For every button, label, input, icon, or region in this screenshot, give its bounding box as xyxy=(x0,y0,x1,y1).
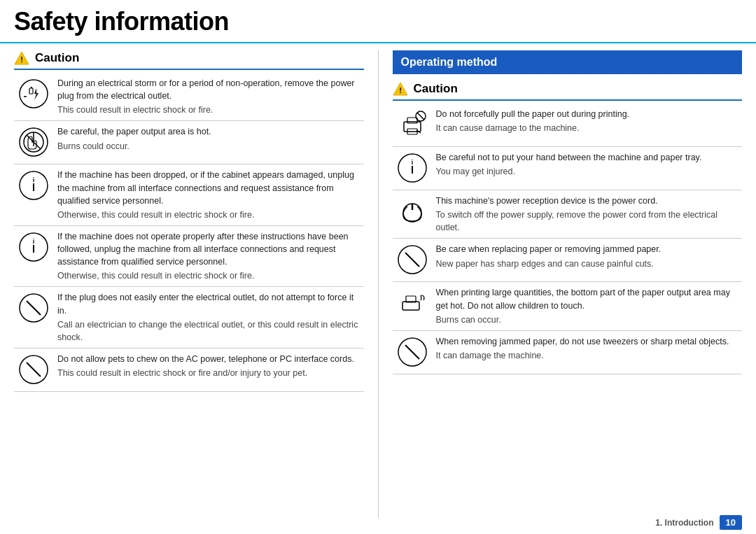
page-header: Safety information xyxy=(0,0,756,43)
text-cell: Be careful not to put your hand between … xyxy=(432,147,743,190)
text-cell: Do not forcefully pull the paper out dur… xyxy=(432,104,743,147)
table-row: This machine's power reception device is… xyxy=(393,190,743,239)
machine-nooperate-icon: i xyxy=(18,232,49,262)
right-caution-triangle-icon: ! xyxy=(393,81,408,97)
table-row: Do not forcefully pull the paper out dur… xyxy=(393,104,743,147)
left-caution-label: Caution xyxy=(35,51,79,65)
icon-cell xyxy=(14,73,53,121)
svg-text:i: i xyxy=(33,238,35,245)
text-cell: This machine's power reception device is… xyxy=(432,190,743,239)
no-pets-icon xyxy=(18,354,49,385)
svg-marker-6 xyxy=(34,88,38,100)
svg-line-19 xyxy=(27,301,41,315)
left-divider xyxy=(14,69,364,70)
text-cell: Be care when replacing paper or removing… xyxy=(432,239,743,282)
plug-no-force-icon xyxy=(18,293,49,323)
table-row: i If the machine has been dropped, or if… xyxy=(14,164,364,226)
right-caution-label: Caution xyxy=(414,82,458,96)
operating-method-header: Operating method xyxy=(393,50,743,74)
table-row: Do not allow pets to chew on the AC powe… xyxy=(14,348,364,391)
hot-output-icon xyxy=(18,127,49,157)
page-title: Safety information xyxy=(14,7,229,36)
svg-text:i: i xyxy=(411,159,413,166)
icon-cell: i xyxy=(14,164,53,226)
svg-text:!: ! xyxy=(20,55,23,64)
icon-cell xyxy=(14,348,53,391)
icon-cell xyxy=(393,190,432,239)
left-column: ! Caution xyxy=(14,50,379,518)
table-row: i Be careful not to put your hand betwee… xyxy=(393,147,743,190)
text-cell: Be careful, the paper output area is hot… xyxy=(53,121,364,164)
right-info-table: Do not forcefully pull the paper out dur… xyxy=(393,104,743,374)
icon-cell xyxy=(393,282,432,330)
icon-cell xyxy=(393,239,432,282)
page-footer: 1. Introduction 10 xyxy=(0,511,756,534)
icon-cell xyxy=(14,121,53,164)
icon-cell: i xyxy=(393,147,432,190)
svg-rect-3 xyxy=(29,88,33,94)
jammed-paper-icon xyxy=(397,244,428,275)
table-row: When removing jammed paper, do not use t… xyxy=(393,330,743,374)
footer-page-number: 10 xyxy=(720,515,742,530)
icon-cell: i xyxy=(14,225,53,287)
machine-drop-icon: i xyxy=(18,170,49,201)
icon-cell xyxy=(393,330,432,374)
text-cell: When printing large quantities, the bott… xyxy=(432,282,743,330)
table-row: Be careful, the paper output area is hot… xyxy=(14,121,364,164)
svg-text:!: ! xyxy=(399,86,402,94)
text-cell: During an electrical storm or for a peri… xyxy=(53,73,364,121)
right-column: Operating method ! Caution xyxy=(379,50,743,518)
text-cell: If the plug does not easily enter the el… xyxy=(53,287,364,349)
icon-cell xyxy=(14,287,53,349)
left-info-table: During an electrical storm or for a peri… xyxy=(14,73,364,392)
no-tweezers-icon xyxy=(397,337,428,367)
right-divider xyxy=(393,99,743,101)
table-row: Be care when replacing paper or removing… xyxy=(393,239,743,282)
text-cell: If the machine has been dropped, or if t… xyxy=(53,164,364,226)
svg-rect-35 xyxy=(402,302,419,310)
svg-line-34 xyxy=(405,253,419,267)
table-row: When printing large quantities, the bott… xyxy=(393,282,743,330)
svg-line-38 xyxy=(405,345,419,359)
icon-cell xyxy=(393,104,432,147)
caution-heading: ! Caution xyxy=(14,50,364,66)
main-content: ! Caution xyxy=(0,43,756,525)
table-row: If the plug does not easily enter the el… xyxy=(14,287,364,349)
svg-point-2 xyxy=(20,80,48,108)
large-print-hot-icon xyxy=(397,288,428,318)
power-storm-icon xyxy=(18,78,49,109)
text-cell: If the machine does not operate properly… xyxy=(53,225,364,287)
text-cell: Do not allow pets to chew on the AC powe… xyxy=(53,348,364,391)
power-cord-icon xyxy=(397,196,428,227)
table-row: During an electrical storm or for a peri… xyxy=(14,73,364,121)
no-pull-paper-icon xyxy=(397,109,428,140)
caution-triangle-icon: ! xyxy=(14,50,29,66)
svg-text:i: i xyxy=(33,176,35,183)
svg-line-28 xyxy=(417,113,424,120)
text-cell: When removing jammed paper, do not use t… xyxy=(432,330,743,374)
right-caution-heading: ! Caution xyxy=(393,81,743,97)
hand-between-icon: i xyxy=(397,153,428,183)
table-row: i If the machine does not operate proper… xyxy=(14,225,364,287)
footer-section-label: 1. Introduction xyxy=(655,518,713,528)
svg-line-21 xyxy=(27,363,41,377)
svg-rect-25 xyxy=(407,118,417,123)
